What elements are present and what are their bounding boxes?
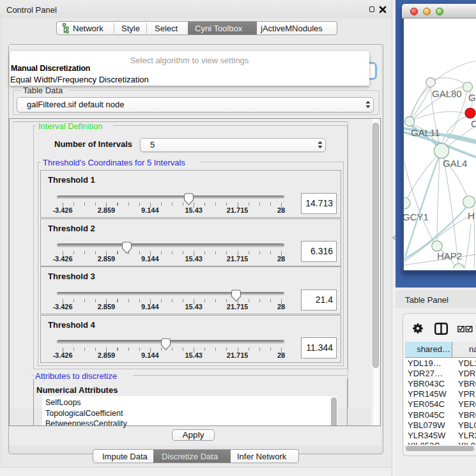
- svg-text:H: H: [468, 210, 475, 221]
- svg-text:GA: GA: [468, 92, 476, 103]
- svg-text:HAP2: HAP2: [437, 250, 462, 261]
- svg-text:GAL4: GAL4: [443, 158, 467, 169]
- svg-text:CD: CD: [471, 118, 476, 129]
- svg-text:GCY1: GCY1: [404, 211, 429, 222]
- svg-text:GAL80: GAL80: [432, 88, 462, 99]
- svg-text:GAL11: GAL11: [411, 127, 440, 138]
